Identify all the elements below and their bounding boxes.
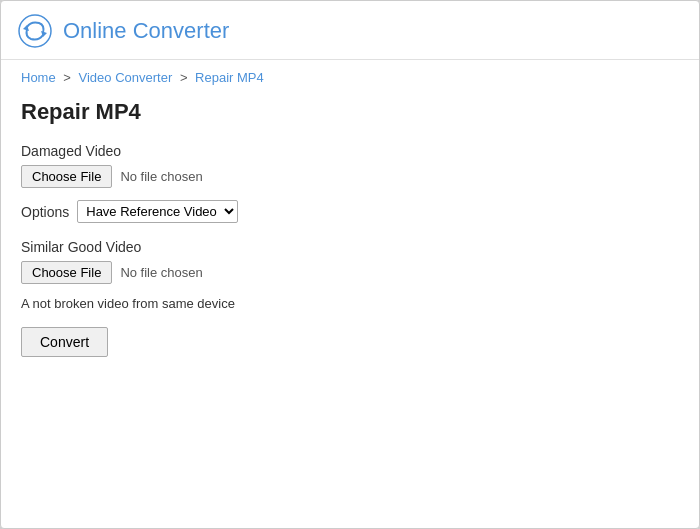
damaged-video-no-file: No file chosen (120, 169, 202, 184)
content-area: Home > Video Converter > Repair MP4 Repa… (1, 60, 699, 528)
options-label: Options (21, 204, 69, 220)
page-title: Repair MP4 (21, 99, 679, 125)
similar-good-video-label: Similar Good Video (21, 239, 679, 255)
breadcrumb-current[interactable]: Repair MP4 (195, 70, 264, 85)
damaged-video-input-row: Choose File No file chosen (21, 165, 679, 188)
options-row: Options Have Reference Video (21, 200, 679, 223)
damaged-video-label: Damaged Video (21, 143, 679, 159)
breadcrumb: Home > Video Converter > Repair MP4 (21, 70, 679, 85)
logo-icon (17, 13, 53, 49)
logo-text: Online Converter (63, 18, 229, 44)
convert-button[interactable]: Convert (21, 327, 108, 357)
similar-good-video-choose-file-button[interactable]: Choose File (21, 261, 112, 284)
breadcrumb-separator-1: > (63, 70, 71, 85)
similar-good-video-no-file: No file chosen (120, 265, 202, 280)
header: Online Converter (1, 1, 699, 60)
similar-good-video-input-row: Choose File No file chosen (21, 261, 679, 284)
svg-point-0 (19, 15, 51, 47)
options-select[interactable]: Have Reference Video (77, 200, 238, 223)
breadcrumb-separator-2: > (180, 70, 188, 85)
similar-good-video-hint: A not broken video from same device (21, 296, 679, 311)
breadcrumb-video-converter[interactable]: Video Converter (79, 70, 173, 85)
breadcrumb-home[interactable]: Home (21, 70, 56, 85)
main-window: Online Converter Home > Video Converter … (0, 0, 700, 529)
damaged-video-choose-file-button[interactable]: Choose File (21, 165, 112, 188)
